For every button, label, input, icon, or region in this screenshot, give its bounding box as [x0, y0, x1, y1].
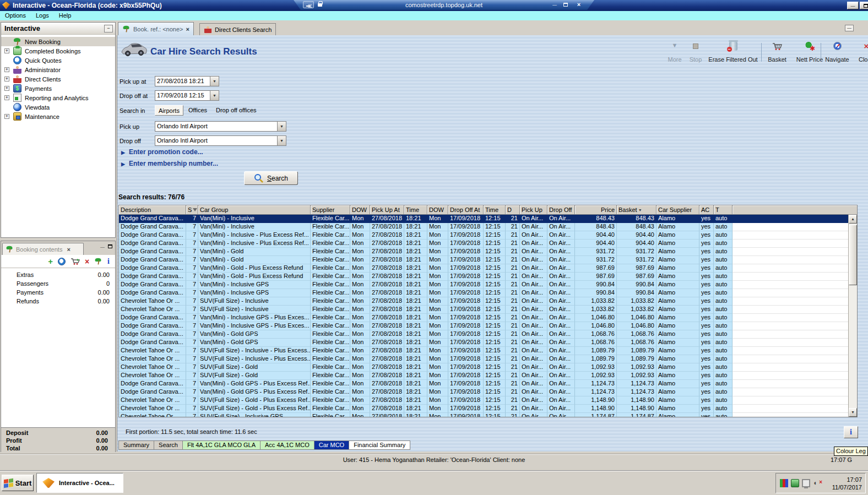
cell-drop-off[interactable]: On Air...: [547, 248, 575, 256]
cell-basket[interactable]: 1,092.93: [617, 363, 657, 372]
cell-pick-up-time[interactable]: 18:21: [404, 380, 427, 388]
cell-basket[interactable]: 848.43: [617, 215, 657, 223]
cell-s[interactable]: 7: [186, 223, 198, 231]
cell-drop-off[interactable]: On Air...: [547, 405, 575, 413]
sidebar-item-direct-clients[interactable]: +Direct Clients: [1, 74, 115, 84]
cell-car-group[interactable]: SUV(Full Size) - Gold - Plus Excess Ref.…: [198, 396, 311, 405]
cell-pick-up-time[interactable]: 18:21: [404, 223, 427, 231]
info-button[interactable]: i: [844, 426, 858, 438]
close-button[interactable]: × Close: [854, 42, 868, 63]
cell-drop-off-time[interactable]: 12:15: [484, 248, 506, 256]
expand-icon[interactable]: +: [4, 86, 9, 91]
cell-pick-up-time[interactable]: 18:21: [404, 405, 427, 413]
table-row[interactable]: Chevrolet Tahoe Or ...7SUV(Full Size) - …: [119, 413, 848, 417]
menu-options[interactable]: Options: [0, 11, 31, 20]
cell-days[interactable]: 21: [506, 231, 520, 240]
cell-dow-pickup[interactable]: Mon: [350, 289, 370, 297]
cell-description[interactable]: Dodge Grand Carava...: [119, 223, 186, 231]
cell-basket[interactable]: 1,124.73: [617, 380, 657, 388]
cell-drop-off-time[interactable]: 12:15: [484, 231, 506, 240]
cell-price[interactable]: 1,148.90: [575, 405, 617, 413]
cell-s[interactable]: 7: [186, 215, 198, 223]
cell-description[interactable]: Chevrolet Tahoe Or ...: [119, 306, 186, 314]
cell-days[interactable]: 21: [506, 256, 520, 264]
table-row[interactable]: Dodge Grand Carava...7Van(Mini) - Inclus…: [119, 223, 848, 231]
cell-dow-dropoff[interactable]: Mon: [427, 363, 448, 372]
cell-car-supplier[interactable]: Alamo: [657, 347, 699, 355]
cell-car-supplier[interactable]: Alamo: [657, 273, 699, 281]
cell-dow-dropoff[interactable]: Mon: [427, 306, 448, 314]
table-row[interactable]: Chevrolet Tahoe Or ...7SUV(Full Size) - …: [119, 372, 848, 380]
column-header-transmission[interactable]: T: [714, 205, 733, 215]
booking-maximize-icon[interactable]: [108, 244, 112, 248]
cell-pick-up-time[interactable]: 18:21: [404, 396, 427, 405]
cell-car-supplier[interactable]: Alamo: [657, 248, 699, 256]
cell-days[interactable]: 21: [506, 264, 520, 273]
cell-drop-off-at[interactable]: 17/09/2018: [448, 215, 484, 223]
column-header-dow-dropoff[interactable]: DOW: [427, 205, 448, 215]
cell-days[interactable]: 21: [506, 380, 520, 388]
info-icon[interactable]: i: [107, 258, 110, 265]
cell-pick-up-at[interactable]: 27/08/2018: [370, 413, 404, 417]
cell-s[interactable]: 7: [186, 322, 198, 330]
tab-direct-clients-search[interactable]: Direct Clients Search: [199, 23, 276, 35]
cell-dow-pickup[interactable]: Mon: [350, 330, 370, 339]
booking-minimize-icon[interactable]: [100, 243, 105, 249]
cell-s[interactable]: 7: [186, 380, 198, 388]
cell-pick-up-time[interactable]: 18:21: [404, 306, 427, 314]
cell-supplier[interactable]: Flexible Car...: [311, 306, 350, 314]
cell-drop-off-at[interactable]: 17/09/2018: [448, 363, 484, 372]
cell-drop-off[interactable]: On Air...: [547, 297, 575, 306]
cell-dow-pickup[interactable]: Mon: [350, 363, 370, 372]
cell-price[interactable]: 1,033.82: [575, 297, 617, 306]
cell-description[interactable]: Dodge Grand Carava...: [119, 215, 186, 223]
cell-supplier[interactable]: Flexible Car...: [311, 314, 350, 322]
cell-car-group[interactable]: Van(Mini) - Inclusive - Plus Excess Ref.…: [198, 231, 311, 240]
cell-car-group[interactable]: SUV(Full Size) - Inclusive - Plus Excess…: [198, 355, 311, 363]
cell-transmission[interactable]: auto: [714, 330, 733, 339]
cell-pick-up[interactable]: On Air...: [520, 297, 547, 306]
pickup-at-field[interactable]: 27/08/2018 18:21: [155, 76, 210, 86]
cell-drop-off[interactable]: On Air...: [547, 322, 575, 330]
cell-drop-off-at[interactable]: 17/09/2018: [448, 347, 484, 355]
cell-description[interactable]: Chevrolet Tahoe Or ...: [119, 372, 186, 380]
cell-drop-off-time[interactable]: 12:15: [484, 355, 506, 363]
cell-pick-up-at[interactable]: 27/08/2018: [370, 405, 404, 413]
cell-basket[interactable]: 904.40: [617, 240, 657, 248]
column-header-drop-off[interactable]: Drop Off: [547, 205, 575, 215]
cell-s[interactable]: 7: [186, 396, 198, 405]
table-row[interactable]: Dodge Grand Carava...7Van(Mini) - Gold -…: [119, 273, 848, 281]
cell-days[interactable]: 21: [506, 322, 520, 330]
cell-pick-up-at[interactable]: 27/08/2018: [370, 289, 404, 297]
cell-ac[interactable]: yes: [699, 289, 714, 297]
cell-dow-pickup[interactable]: Mon: [350, 380, 370, 388]
cell-pick-up[interactable]: On Air...: [520, 264, 547, 273]
cell-price[interactable]: 904.40: [575, 231, 617, 240]
cell-drop-off-time[interactable]: 12:15: [484, 347, 506, 355]
cell-pick-up-time[interactable]: 18:21: [404, 347, 427, 355]
cell-basket[interactable]: 1,089.79: [617, 347, 657, 355]
cell-price[interactable]: 904.40: [575, 240, 617, 248]
cell-ac[interactable]: yes: [699, 264, 714, 273]
search-in-tab-offices[interactable]: Offices: [187, 105, 208, 116]
cell-ac[interactable]: yes: [699, 339, 714, 347]
cell-s[interactable]: 7: [186, 388, 198, 396]
table-row[interactable]: Dodge Grand Carava...7Van(Mini) - Gold G…: [119, 330, 848, 339]
cell-supplier[interactable]: Flexible Car...: [311, 273, 350, 281]
column-header-drop-off-at[interactable]: Drop Off At: [448, 205, 484, 215]
pickup-combo[interactable]: Orlando Intl Airport: [155, 121, 278, 132]
bottom-tab-flt-4a-1c-gla-mco-gla[interactable]: Flt 4A,1C GLA MCO GLA: [183, 440, 261, 450]
column-header-price[interactable]: Price: [575, 205, 617, 215]
column-header-supplier[interactable]: Supplier: [311, 205, 350, 215]
cell-description[interactable]: Dodge Grand Carava...: [119, 330, 186, 339]
cell-basket[interactable]: 990.84: [617, 289, 657, 297]
cell-drop-off[interactable]: On Air...: [547, 363, 575, 372]
cell-days[interactable]: 21: [506, 355, 520, 363]
cell-drop-off-time[interactable]: 12:15: [484, 223, 506, 231]
cell-dow-pickup[interactable]: Mon: [350, 256, 370, 264]
main-panel-collapse-button[interactable]: —: [845, 25, 854, 31]
cell-drop-off-time[interactable]: 12:15: [484, 363, 506, 372]
cell-description[interactable]: Dodge Grand Carava...: [119, 231, 186, 240]
cell-basket[interactable]: 1,174.87: [617, 413, 657, 417]
cell-basket[interactable]: 1,148.90: [617, 396, 657, 405]
